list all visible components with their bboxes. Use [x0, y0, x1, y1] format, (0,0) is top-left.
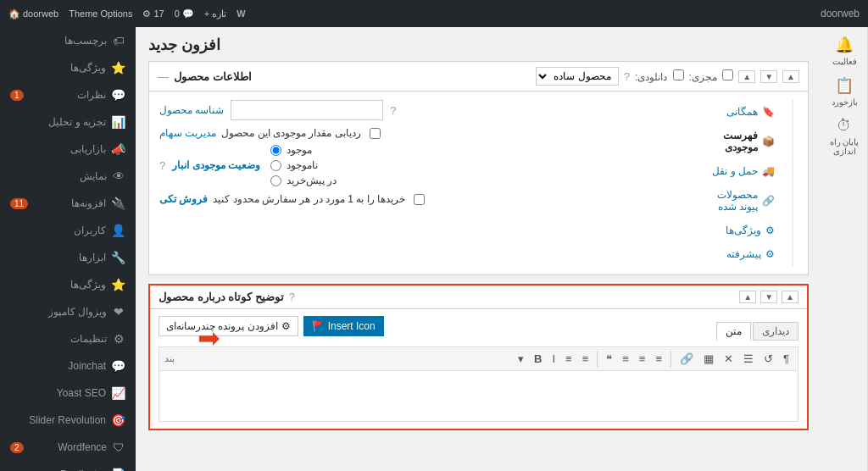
sidebar-item-plugins[interactable]: 🔌 افزونه‌ها 11	[0, 190, 136, 217]
admin-bar-left: doorweb	[821, 8, 860, 19]
short-desc-down-btn[interactable]: ▼	[760, 291, 777, 303]
product-id-help[interactable]: ?	[390, 104, 396, 117]
sidebar-item-visual[interactable]: ❤ ویزوال کامپوز	[0, 298, 136, 325]
slider-icon: 🎯	[111, 413, 125, 427]
downloadable-label: دانلودی:	[635, 69, 684, 83]
product-id-link[interactable]: شناسه محصول	[159, 104, 224, 116]
sidebar-item-wordfence[interactable]: 🛡 Wordfence 2	[0, 434, 136, 461]
settings-label: تنظیمات	[70, 333, 107, 345]
backorder-row: در پیش‌خرید	[267, 175, 337, 186]
sidebar-item-analytics[interactable]: 📊 تجزیه و تحلیل	[0, 108, 136, 136]
tab-advanced[interactable]: ⚙ پیشرفته	[700, 242, 785, 266]
stock-management-link[interactable]: مدیریت سهام	[159, 127, 216, 139]
visual-sidebar-label: ویزوال کامپوز	[48, 306, 107, 318]
move-down-btn[interactable]: ▼	[760, 70, 777, 83]
theme-options[interactable]: Theme Options	[69, 8, 132, 19]
sidebar-item-duplicator[interactable]: 📄 Duplicator	[0, 461, 136, 471]
in-stock-radio[interactable]	[270, 145, 281, 156]
tab-text[interactable]: متن	[716, 322, 751, 341]
add-media-btn[interactable]: ⚙ افزودن پرونده چندرسانه‌ای	[159, 316, 298, 336]
short-desc-help[interactable]: ?	[289, 291, 295, 303]
toolbar-activity[interactable]: 🔔 فعالیت	[832, 36, 857, 66]
toolbar-list[interactable]: ☰	[740, 351, 757, 367]
sold-individually-title: فروش تکی	[159, 193, 208, 205]
toolbar-ul[interactable]: ≡	[562, 351, 576, 367]
toolbar-undo[interactable]: ↺	[760, 351, 776, 367]
sold-individually-row: خریدها را به 1 مورد در هر سفارش محدود کن…	[159, 193, 692, 205]
insert-icon-btn[interactable]: Insert Icon 🚩	[303, 316, 384, 336]
toolbar-sep2	[597, 352, 598, 367]
sidebar-item-display[interactable]: 👁 نمایش	[0, 163, 136, 190]
sold-individually-checkbox[interactable]	[414, 194, 425, 205]
sidebar-item-marketing[interactable]: 📣 بازاریابی	[0, 136, 136, 163]
tab-shipping[interactable]: 🚚 حمل و نقل	[700, 159, 785, 183]
shipping-icon: 🚚	[762, 165, 775, 177]
sidebar-item-yoast[interactable]: 📈 Yoast SEO	[0, 380, 136, 407]
in-stock-row: موجود	[267, 144, 312, 156]
attributes-label: ویژگی‌ها	[726, 224, 761, 236]
toolbar-ol[interactable]: ≡	[579, 351, 593, 367]
tab-visual[interactable]: دیداری	[753, 322, 798, 341]
toolbar-more[interactable]: ▾	[515, 351, 527, 367]
yoast-label: Yoast SEO	[57, 387, 106, 399]
sidebar-item-tools[interactable]: 🔧 ابزارها	[0, 244, 136, 271]
sidebar-item-comments[interactable]: 💬 نظرات 1	[0, 81, 136, 108]
toolbar-remove[interactable]: ✕	[721, 351, 737, 367]
help-icon[interactable]: ?	[624, 70, 630, 83]
move-up-btn[interactable]: ▲	[782, 70, 799, 83]
home-icon: 🏠	[8, 8, 20, 19]
sidebar-item-joinchat[interactable]: 💬 Joinchat	[0, 352, 136, 380]
toolbar-bold[interactable]: B	[531, 351, 545, 367]
toolbar-align-left[interactable]: ≡	[619, 351, 632, 367]
out-of-stock-radio[interactable]	[270, 160, 281, 171]
joinchat-icon: 💬	[111, 359, 125, 373]
tab-attributes[interactable]: ⚙ ویژگی‌ها	[700, 219, 785, 242]
sidebar-item-attributes[interactable]: ⭐ ویژگی‌ها	[0, 54, 136, 81]
toolbar-feedback[interactable]: 📋 بازخورد	[832, 76, 858, 107]
site-title[interactable]: doorweb	[821, 8, 860, 19]
new-label: تازه	[212, 8, 226, 19]
short-desc-up-btn[interactable]: ▲	[782, 291, 798, 303]
updates-link[interactable]: 17 ⚙	[142, 8, 164, 19]
comments-link[interactable]: 💬 0	[175, 8, 194, 19]
downloadable-checkbox[interactable]	[673, 69, 684, 80]
wordfence-badge: 2	[10, 442, 24, 453]
toolbar-italic[interactable]: I	[548, 351, 559, 367]
stock-status-help[interactable]: ?	[159, 159, 165, 172]
toolbar-paragraph[interactable]: ¶	[780, 351, 793, 367]
inventory-content: ? شناسه محصول ردیابی مقدار موجودی این مح…	[159, 100, 700, 266]
toolbar-align-center[interactable]: ≡	[636, 351, 649, 367]
add-media-label: افزودن پرونده چندرسانه‌ای	[166, 320, 278, 332]
product-type-select[interactable]: محصول ساده	[536, 67, 619, 86]
short-desc-collapse-btn[interactable]: ▲	[739, 291, 756, 303]
tab-general[interactable]: 🔖 همگانی	[700, 100, 785, 124]
sidebar-item-slider[interactable]: 🎯 Slider Revolution	[0, 407, 136, 434]
tab-linked[interactable]: 🔗 محصولات پیوند شده	[700, 183, 785, 219]
product-id-input[interactable]	[231, 100, 383, 120]
new-content[interactable]: تازه +	[204, 8, 226, 19]
toolbar-align-right[interactable]: ≡	[652, 351, 665, 367]
collapse-btn[interactable]: ▲	[738, 70, 755, 83]
toolbar-table[interactable]: ▦	[700, 351, 717, 367]
tab-inventory[interactable]: 📦 فهرست موجودی	[700, 124, 785, 159]
user-menu[interactable]: doorweb 🏠	[8, 8, 58, 19]
toolbar-setup[interactable]: ⏱ پایان راه اندازی	[821, 117, 867, 156]
sidebar-item-tags[interactable]: 🏷 برچسب‌ها	[0, 27, 136, 54]
display-label: نمایش	[80, 170, 107, 182]
manage-stock-checkbox[interactable]	[370, 128, 381, 139]
toolbar-blockquote[interactable]: ❝	[603, 351, 615, 367]
sidebar-item-features[interactable]: ⭐ ویژگی‌ها	[0, 271, 136, 298]
short-desc-container: ➡ ▲ ▼ ▲ ? توضیح کوتاه درباره محصول	[148, 284, 809, 430]
text-tab-label: متن	[726, 325, 742, 337]
tools-icon: 🔧	[111, 251, 125, 264]
wp-logo[interactable]: W	[236, 8, 245, 19]
title-separator: —	[158, 70, 169, 83]
virtual-checkbox[interactable]	[722, 69, 733, 80]
sidebar-item-settings[interactable]: ⚙ تنظیمات	[0, 325, 136, 352]
comments-badge: 1	[10, 90, 24, 101]
toolbar-link[interactable]: 🔗	[676, 351, 697, 367]
sidebar-item-users[interactable]: 👤 کاربران	[0, 217, 136, 244]
backorder-radio[interactable]	[270, 175, 281, 186]
tools-label: ابزارها	[79, 252, 106, 263]
editor-content-area[interactable]	[159, 371, 798, 422]
